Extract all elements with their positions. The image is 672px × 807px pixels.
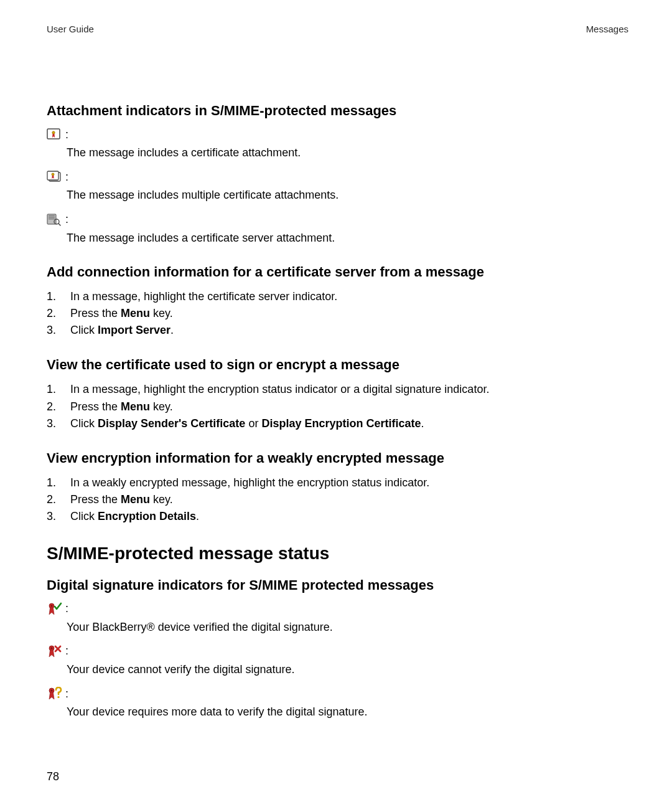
- list-text: In a message, highlight the encryption s…: [70, 382, 489, 397]
- list-number: 1.: [47, 475, 59, 491]
- svg-rect-7: [49, 217, 55, 217]
- indicator-item: : Your device requires more data to veri…: [47, 687, 628, 719]
- section-title-view-certificate: View the certificate used to sign or enc…: [47, 357, 628, 373]
- indicator-desc: The message includes a certificate serve…: [67, 230, 628, 245]
- page-header: User Guide Messages: [47, 24, 628, 34]
- svg-point-17: [57, 696, 59, 698]
- svg-rect-6: [49, 215, 55, 216]
- list-number: 3.: [47, 323, 59, 338]
- list-text: Press the Menu key.: [70, 399, 173, 415]
- colon: :: [65, 213, 68, 226]
- indicator-item: : The message includes a certificate att…: [47, 128, 628, 160]
- svg-point-4: [52, 173, 54, 176]
- svg-point-14: [51, 647, 53, 649]
- list-number: 1.: [47, 289, 59, 304]
- sig-failed-icon: [47, 644, 63, 658]
- list-text: In a weakly encrypted message, highlight…: [70, 475, 429, 491]
- sig-verified-icon: [47, 602, 63, 616]
- indicator-desc: The message includes a certificate attac…: [67, 145, 628, 160]
- list-item: 3. Click Display Sender's Certificate or…: [47, 416, 628, 432]
- page-number: 78: [47, 770, 59, 783]
- list-number: 3.: [47, 416, 59, 432]
- colon: :: [65, 171, 68, 184]
- document-page: User Guide Messages Attachment indicator…: [0, 0, 672, 807]
- list-number: 2.: [47, 306, 59, 321]
- list-text: Click Import Server.: [70, 323, 174, 338]
- list-item: 1. In a message, highlight the encryptio…: [47, 382, 628, 397]
- indicator-head: :: [47, 213, 628, 227]
- section-title-digital-sig-indicators: Digital signature indicators for S/MIME …: [47, 577, 628, 593]
- indicator-desc: Your BlackBerry® device verified the dig…: [67, 620, 628, 635]
- list-item: 1. In a message, highlight the certifica…: [47, 289, 628, 304]
- header-left: User Guide: [47, 24, 94, 34]
- indicator-head: :: [47, 644, 628, 658]
- svg-point-16: [51, 690, 53, 692]
- list-text: In a message, highlight the certificate …: [70, 289, 337, 304]
- list-text: Press the Menu key.: [70, 306, 173, 321]
- list-text: Click Encryption Details.: [70, 509, 199, 524]
- header-right: Messages: [586, 24, 628, 34]
- indicator-head: :: [47, 170, 628, 184]
- svg-point-1: [52, 131, 55, 134]
- colon: :: [65, 128, 68, 141]
- svg-point-12: [51, 605, 53, 606]
- indicator-head: :: [47, 128, 628, 141]
- cert-single-icon: [47, 128, 63, 141]
- list-item: 1. In a weakly encrypted message, highli…: [47, 475, 628, 491]
- list-number: 1.: [47, 382, 59, 397]
- indicator-item: : The message includes a certificate ser…: [47, 213, 628, 245]
- list-item: 3. Click Encryption Details.: [47, 509, 628, 524]
- section-title-attachment-indicators: Attachment indicators in S/MIME-protecte…: [47, 103, 628, 119]
- colon: :: [65, 687, 68, 701]
- indicator-head: :: [47, 687, 628, 701]
- list-item: 2. Press the Menu key.: [47, 306, 628, 321]
- sig-pending-icon: [47, 687, 63, 701]
- list-number: 2.: [47, 399, 59, 415]
- cert-server-icon: [47, 213, 63, 227]
- section-title-add-connection: Add connection information for a certifi…: [47, 264, 628, 280]
- list-item: 3. Click Import Server.: [47, 323, 628, 338]
- section-title-view-encryption: View encryption information for a weakly…: [47, 450, 628, 466]
- colon: :: [65, 644, 68, 658]
- heading-smime-status: S/MIME-protected message status: [47, 544, 628, 564]
- indicator-head: :: [47, 602, 628, 616]
- svg-line-10: [58, 224, 60, 225]
- list-text: Press the Menu key.: [70, 492, 173, 507]
- list-text: Click Display Sender's Certificate or Di…: [70, 416, 424, 432]
- indicator-item: : Your device cannot verify the digital …: [47, 644, 628, 677]
- indicator-desc: Your device cannot verify the digital si…: [67, 662, 628, 677]
- list-number: 3.: [47, 509, 59, 524]
- indicator-desc: Your device requires more data to verify…: [67, 704, 628, 719]
- svg-rect-8: [49, 219, 55, 219]
- list-item: 2. Press the Menu key.: [47, 399, 628, 415]
- list-number: 2.: [47, 492, 59, 507]
- indicator-desc: The message includes multiple certificat…: [67, 187, 628, 202]
- colon: :: [65, 602, 68, 615]
- indicator-item: : Your BlackBerry® device verified the d…: [47, 602, 628, 635]
- indicator-item: : The message includes multiple certific…: [47, 170, 628, 202]
- list-item: 2. Press the Menu key.: [47, 492, 628, 507]
- cert-multi-icon: [47, 170, 63, 184]
